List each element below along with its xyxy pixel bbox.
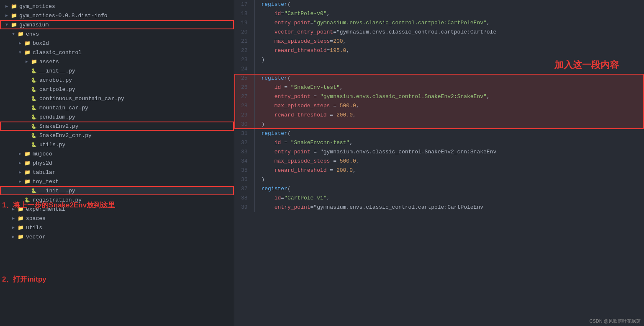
tree-item-mujoco[interactable]: ▶📁mujoco <box>0 149 234 158</box>
tree-item-classic_control[interactable]: ▼📁classic_control <box>0 48 234 57</box>
line-content-26: id = "SnakeEnv-test", <box>254 83 644 92</box>
tree-item-cartpole[interactable]: 🐍cartpole.py <box>0 85 234 94</box>
tree-label-init_classic: __init__.py <box>39 68 231 74</box>
tree-arrow-utils_gym: ▶ <box>10 225 17 230</box>
tree-label-box2d: box2d <box>33 40 231 47</box>
tree-label-SnakeEnv2_cnn: SnakeEnv2_cnn.py <box>39 132 231 139</box>
tree-item-phys2d[interactable]: ▶📁phys2d <box>0 158 234 168</box>
code-line-24: 24 <box>234 65 644 74</box>
line-content-30: ) <box>254 120 644 129</box>
py-file-icon: 🐍 <box>30 123 38 129</box>
tree-item-toy_text[interactable]: ▶📁toy_text <box>0 177 234 186</box>
line-content-34: max_episode_steps = 500.0, <box>254 157 644 166</box>
tree-item-pendulum[interactable]: 🐍pendulum.py <box>0 112 234 122</box>
code-line-37: 37register( <box>234 184 644 194</box>
line-content-23: ) <box>254 55 644 65</box>
tree-label-assets: assets <box>39 59 231 65</box>
tree-arrow-gymnasium: ▼ <box>3 23 10 27</box>
tree-arrow-box2d: ▶ <box>17 41 23 46</box>
code-line-38: 38 id="CartPole-v1", <box>234 194 644 203</box>
tree-item-assets[interactable]: ▶📁assets <box>0 57 234 66</box>
line-number-26: 26 <box>234 83 254 92</box>
tree-arrow-mujoco: ▶ <box>17 151 23 156</box>
tree-item-gym_notices[interactable]: ▶📁gym_notices <box>0 2 234 11</box>
tree-item-SnakeEnv2_cnn[interactable]: 🐍SnakeEnv2_cnn.py <box>0 131 234 140</box>
line-content-24 <box>254 65 644 74</box>
tree-label-gym_notices: gym_notices <box>19 3 231 10</box>
tree-arrow-experimental: ▶ <box>10 207 17 212</box>
tree-arrow-tabular: ▶ <box>17 170 23 175</box>
line-number-32: 32 <box>234 138 254 147</box>
line-content-21: max_episode_steps=200, <box>254 37 644 46</box>
line-number-23: 23 <box>234 55 254 65</box>
tree-label-utils_classic: utils.py <box>39 142 231 148</box>
py-file-icon: 🐍 <box>30 105 38 111</box>
code-line-21: 21 max_episode_steps=200, <box>234 37 644 46</box>
code-line-23: 23) <box>234 55 644 65</box>
code-lines-table: 17register(18 id="CartPole-v0",19 entry_… <box>234 0 644 212</box>
code-line-26: 26 id = "SnakeEnv-test", <box>234 83 644 92</box>
line-content-18: id="CartPole-v0", <box>254 9 644 18</box>
tree-label-tabular: tabular <box>33 169 231 176</box>
tree-item-utils_gym[interactable]: ▶📁utils <box>0 223 234 232</box>
code-line-36: 36) <box>234 175 644 184</box>
tree-item-gym_notices_dist[interactable]: ▶📁gym_notices-0.0.8.dist-info <box>0 11 234 20</box>
line-number-36: 36 <box>234 175 254 184</box>
line-number-20: 20 <box>234 28 254 37</box>
line-number-17: 17 <box>234 0 254 9</box>
tree-arrow-gym_notices: ▶ <box>3 4 10 9</box>
tree-label-registration: registration.py <box>33 197 231 203</box>
code-editor: 加入这一段内容 17register(18 id="CartPole-v0",1… <box>234 0 644 326</box>
tree-arrow-envs: ▼ <box>10 32 17 36</box>
tree-item-tabular[interactable]: ▶📁tabular <box>0 168 234 177</box>
line-content-35: reward_threshold = 200.0, <box>254 166 644 175</box>
py-file-icon: 🐍 <box>30 68 38 74</box>
tree-item-vector[interactable]: ▶📁vector <box>0 232 234 241</box>
tree-item-continuous_mountain_car[interactable]: 🐍continuous_mountain_car.py <box>0 94 234 103</box>
code-line-20: 20 vector_entry_point="gymnasium.envs.cl… <box>234 28 644 37</box>
tree-arrow-classic_control: ▼ <box>17 50 23 55</box>
tree-arrow-toy_text: ▶ <box>17 179 23 184</box>
line-content-32: id = "SnakeEnvcnn-test", <box>254 138 644 147</box>
code-line-33: 33 entry_point = "gymnasium.envs.classic… <box>234 147 644 157</box>
line-content-29: reward_threshold = 200.0, <box>254 111 644 120</box>
code-line-27: 27 entry_point = "gymnasium.envs.classic… <box>234 92 644 101</box>
tree-label-gym_notices_dist: gym_notices-0.0.8.dist-info <box>19 13 231 19</box>
tree-item-spaces[interactable]: ▶📁spaces <box>0 214 234 223</box>
line-content-27: entry_point = "gymnasium.envs.classic_co… <box>254 92 644 101</box>
line-content-31: register( <box>254 129 644 138</box>
tree-label-classic_control: classic_control <box>33 49 231 56</box>
file-tree: ▶📁gym_notices▶📁gym_notices-0.0.8.dist-in… <box>0 0 234 326</box>
tree-item-envs[interactable]: ▼📁envs <box>0 29 234 39</box>
tree-item-mountain_car[interactable]: 🐍mountain_car.py <box>0 103 234 112</box>
tree-item-box2d[interactable]: ▶📁box2d <box>0 39 234 48</box>
tree-item-gymnasium[interactable]: ▼📁gymnasium <box>0 20 234 29</box>
tree-label-mountain_car: mountain_car.py <box>39 105 231 111</box>
line-number-37: 37 <box>234 184 254 194</box>
line-content-22: reward_threshold=195.0, <box>254 46 644 55</box>
tree-item-utils_classic[interactable]: 🐍utils.py <box>0 140 234 149</box>
folder-icon: 📁 <box>17 215 24 222</box>
tree-item-registration[interactable]: 🐍registration.py <box>0 195 234 204</box>
line-content-19: entry_point="gymnasium.envs.classic_cont… <box>254 18 644 28</box>
tree-item-init_classic[interactable]: 🐍__init__.py <box>0 66 234 75</box>
line-number-38: 38 <box>234 194 254 203</box>
line-number-22: 22 <box>234 46 254 55</box>
tree-label-toy_text: toy_text <box>33 179 231 185</box>
line-content-25: register( <box>254 74 644 83</box>
code-line-35: 35 reward_threshold = 200.0, <box>234 166 644 175</box>
tree-label-cartpole: cartpole.py <box>39 86 231 93</box>
py-file-icon: 🐍 <box>30 77 38 83</box>
code-line-30: 30) <box>234 120 644 129</box>
line-number-27: 27 <box>234 92 254 101</box>
code-line-28: 28 max_episode_steps = 500.0, <box>234 101 644 111</box>
tree-item-init_toy[interactable]: 🐍__init__.py <box>0 186 234 195</box>
py-file-icon: 🐍 <box>23 197 31 203</box>
folder-icon: 📁 <box>23 179 31 185</box>
tree-item-SnakeEnv2[interactable]: 🐍SnakeEnv2.py <box>0 122 234 131</box>
tree-label-spaces: spaces <box>26 215 231 222</box>
tree-item-acrobot[interactable]: 🐍acrobot.py <box>0 75 234 85</box>
tree-item-experimental[interactable]: ▶📁experimental <box>0 204 234 214</box>
py-file-icon: 🐍 <box>30 114 38 120</box>
code-line-17: 17register( <box>234 0 644 9</box>
